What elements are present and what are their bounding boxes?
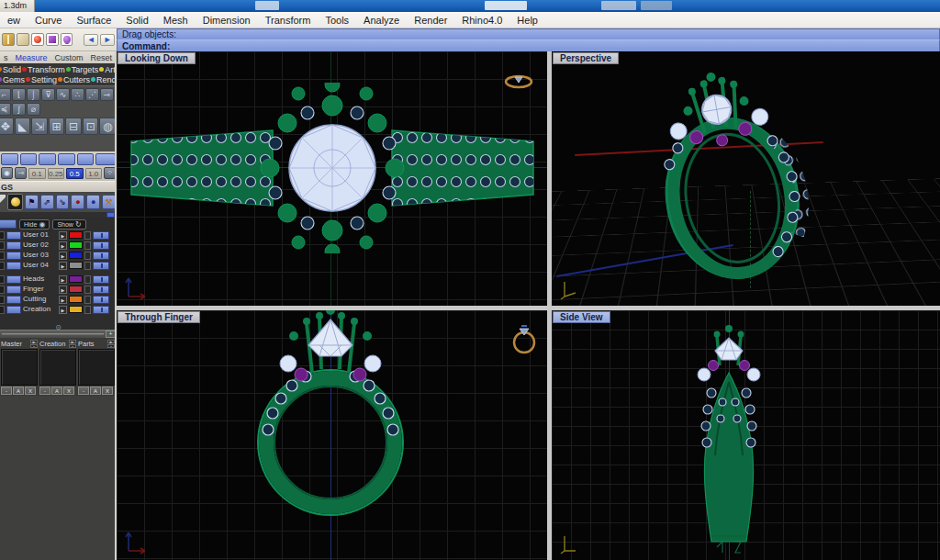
layers-scroll[interactable]: ⊙	[0, 317, 117, 325]
layer-row-user02[interactable]: User 02 ▶	[0, 241, 116, 250]
undo-arrow-icon[interactable]: ◄	[84, 34, 98, 46]
polyline-tool-icon[interactable]: ⌊	[12, 88, 26, 101]
layer-expand-icon[interactable]: ▶	[59, 306, 67, 314]
menu-transform[interactable]: Transform	[258, 12, 319, 28]
layer-color-swatch[interactable]	[69, 252, 83, 259]
save-file-icon[interactable]	[17, 33, 29, 46]
clear-button[interactable]: X	[25, 386, 36, 395]
viewport-label[interactable]: Side View	[553, 311, 610, 323]
planar-button[interactable]	[39, 153, 56, 165]
remove-button[interactable]: -	[1, 386, 12, 395]
curve-tool-icon[interactable]: ⌐	[0, 88, 11, 101]
layer-row-user03[interactable]: User 03 ▶	[0, 251, 116, 260]
layer-lock-button[interactable]	[84, 296, 91, 304]
move-tool-icon[interactable]: ✥	[0, 118, 14, 135]
layer-material-button[interactable]	[93, 252, 109, 260]
layer-lock-button[interactable]	[84, 286, 91, 294]
layer-expand-icon[interactable]: ▶	[59, 296, 67, 304]
layer-expand-icon[interactable]: ▶	[59, 262, 67, 270]
scroll-knob-icon[interactable]: ⊙	[55, 323, 62, 331]
layer-lock-button[interactable]	[84, 262, 91, 270]
segment-tool-icon[interactable]: ⋰	[85, 88, 99, 101]
array-tool-icon[interactable]: ⊟	[65, 118, 82, 135]
layer-row-user01[interactable]: User 01 ▶	[0, 230, 116, 240]
open-file-icon[interactable]	[2, 33, 15, 46]
remove-button[interactable]: -	[39, 386, 50, 395]
category-solid[interactable]: Solid	[0, 65, 21, 74]
corner-tool-icon[interactable]: ⊽	[41, 88, 55, 101]
category-art[interactable]: Art	[99, 65, 116, 74]
visibility-icon[interactable]: ◉	[1, 167, 13, 179]
world-tool-icon[interactable]: ◍	[99, 118, 116, 135]
menu-help[interactable]: Help	[509, 12, 545, 28]
menu-curve[interactable]: Curve	[28, 12, 69, 28]
ring-tool-icon[interactable]	[61, 33, 73, 46]
menu-solid[interactable]: Solid	[118, 12, 155, 28]
cube-tool-icon[interactable]	[46, 33, 59, 46]
node-tool-icon[interactable]: ⊸	[100, 88, 114, 101]
tab-measure[interactable]: Measure	[12, 53, 51, 62]
menu-dimension[interactable]: Dimension	[196, 12, 258, 28]
layer-color-swatch[interactable]	[69, 262, 83, 269]
record-dot-icon[interactable]: ●	[71, 195, 84, 209]
col-expand-icon[interactable]: ▶	[107, 340, 115, 343]
remove-button[interactable]: -	[78, 386, 89, 395]
step-0.5-button[interactable]: 0.5	[66, 168, 84, 179]
layer-color-swatch[interactable]	[69, 241, 83, 249]
show-layers-button[interactable]: Show ↻	[52, 219, 85, 230]
tab-custom[interactable]: Custom	[51, 53, 87, 62]
menu-analyze[interactable]: Analyze	[356, 12, 407, 28]
layer-row-user04[interactable]: User 04 ▶	[0, 261, 116, 270]
render-sphere-icon[interactable]	[31, 33, 44, 46]
viewport-label[interactable]: Perspective	[553, 52, 619, 64]
layer-expand-icon[interactable]: ▶	[59, 252, 67, 260]
step-0.1-button[interactable]: 0.1	[28, 168, 46, 179]
sphere-icon[interactable]: ●	[86, 195, 100, 209]
figure-icon[interactable]: ⚒	[102, 195, 116, 209]
all-button[interactable]: A	[13, 386, 24, 395]
layer-material-button[interactable]	[93, 286, 109, 294]
menu-tools[interactable]: Tools	[318, 12, 356, 28]
all-button[interactable]: A	[90, 386, 101, 395]
layer-material-button[interactable]	[93, 275, 109, 284]
viewport-through-finger[interactable]: Through Finger	[117, 310, 547, 560]
step-0.25-button[interactable]: 0.25	[48, 168, 65, 179]
panel-toggle-button[interactable]	[106, 212, 115, 218]
redo-arrow-icon[interactable]: ►	[100, 34, 115, 46]
layer-expand-icon[interactable]: ▶	[59, 286, 67, 294]
arc-tool-icon[interactable]: ⌡	[27, 88, 40, 101]
layer-expand-icon[interactable]: ▶	[59, 275, 67, 284]
col-expand-icon[interactable]: ▶	[30, 340, 38, 343]
parts-list[interactable]	[78, 349, 115, 386]
layer-color-swatch[interactable]	[69, 231, 83, 239]
category-transform[interactable]: Transform	[22, 65, 65, 74]
col-dot-icon[interactable]: •	[69, 344, 76, 348]
ring-front-icon[interactable]	[510, 321, 538, 356]
clear-button[interactable]: X	[63, 386, 74, 395]
export-folder-icon[interactable]: ⇗	[40, 195, 54, 209]
all-button[interactable]: A	[51, 386, 62, 395]
layer-lock-button[interactable]	[84, 275, 91, 284]
viewport-label[interactable]: Through Finger	[118, 311, 200, 323]
layer-material-button[interactable]	[93, 262, 109, 270]
category-setting[interactable]: Setting	[26, 75, 57, 84]
ortho-button[interactable]	[20, 153, 38, 165]
scale-tool-icon[interactable]: ◣	[15, 118, 31, 135]
category-render[interactable]: Render	[91, 75, 117, 84]
offset-curve-icon[interactable]: ∫	[12, 103, 26, 116]
layer-expand-icon[interactable]: ▶	[59, 241, 67, 250]
col-dot-icon[interactable]: •	[107, 344, 115, 348]
layer-material-button[interactable]	[93, 241, 109, 250]
layer-color-swatch[interactable]	[69, 275, 83, 283]
osnap-button[interactable]	[58, 153, 75, 165]
points-curve-icon[interactable]: ∴	[71, 88, 84, 101]
circle-tool-icon[interactable]: ⌀	[27, 103, 40, 116]
menu-mesh[interactable]: Mesh	[156, 12, 196, 28]
viewport-label[interactable]: Looking Down	[118, 52, 196, 64]
ring-side-icon[interactable]	[503, 72, 534, 90]
flag-icon[interactable]: ⚑	[25, 195, 39, 209]
layer-row-heads[interactable]: Heads ▶	[0, 274, 116, 284]
menu-rhino40[interactable]: Rhino4.0	[454, 12, 509, 28]
layer-material-button[interactable]	[93, 296, 109, 304]
layer-lock-button[interactable]	[84, 231, 91, 240]
